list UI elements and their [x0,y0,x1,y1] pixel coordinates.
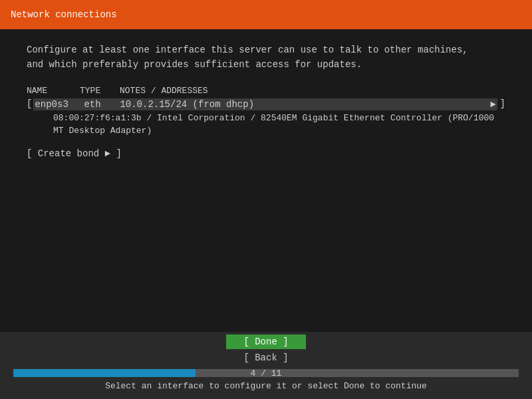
main-content: Configure at least one interface this se… [0,29,532,179]
action-buttons: [ Done ] [ Back ] [0,334,532,365]
create-bond-button[interactable]: [ Create bond ► ] [27,148,505,159]
interface-detail: 08:00:27:f6:a1:3b / Intel Corporation / … [53,112,505,138]
row-arrow-icon: ► [490,99,495,110]
detail-line2: MT Desktop Adapter) [53,124,505,138]
bottom-bar: [ Done ] [ Back ] 4 / 11 Select an inter… [0,332,532,399]
status-text: Select an interface to configure it or s… [0,381,532,394]
row-inner: enp0s3 eth 10.0.2.15/24 (from dhcp) ► [33,98,497,110]
iface-type: eth [84,99,120,110]
title-bar: Network connections [0,0,532,29]
progress-wrapper: 4 / 11 [13,369,519,377]
back-button[interactable]: [ Back ] [226,350,306,365]
description-line1: Configure at least one interface this se… [27,43,505,57]
description: Configure at least one interface this se… [27,43,505,72]
iface-name: enp0s3 [35,99,84,110]
table-header: NAME TYPE NOTES / ADDRESSES [27,86,505,96]
col-header-name: NAME [27,86,80,96]
done-button[interactable]: [ Done ] [226,334,306,349]
col-header-type: TYPE [80,86,120,96]
right-bracket: ] [500,98,505,109]
interface-row[interactable]: [ enp0s3 eth 10.0.2.15/24 (from dhcp) ► … [27,98,505,110]
iface-address: 10.0.2.15/24 (from dhcp) [120,99,486,110]
description-line2: and which preferably provides sufficient… [27,57,505,72]
left-bracket: [ [27,98,32,109]
title-text: Network connections [11,9,117,20]
progress-bar-container: 4 / 11 [13,369,519,377]
col-header-notes: NOTES / ADDRESSES [120,86,505,96]
progress-text: 4 / 11 [13,368,519,378]
detail-line1: 08:00:27:f6:a1:3b / Intel Corporation / … [53,112,505,125]
